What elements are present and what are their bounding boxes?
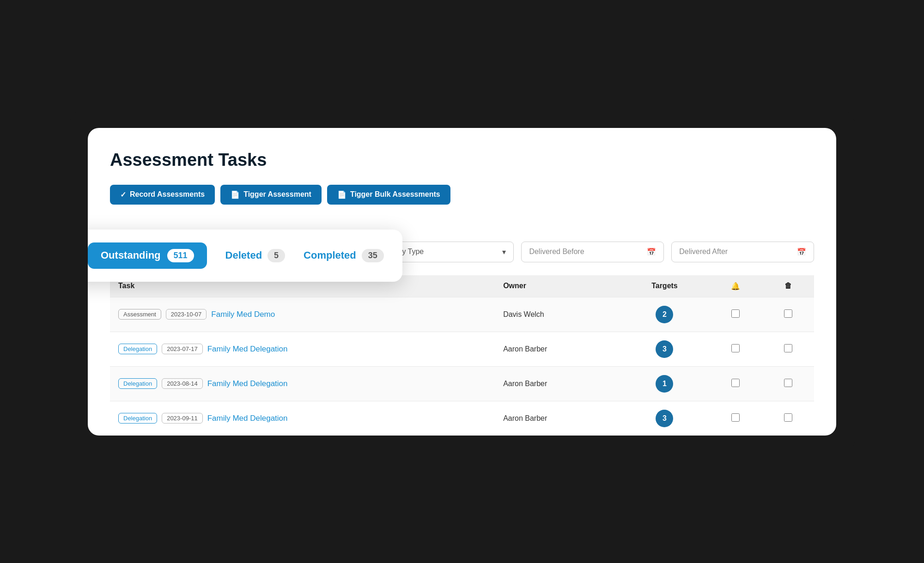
col-targets: Targets xyxy=(620,275,709,297)
page-title: Assessment Tasks xyxy=(110,150,814,170)
tab-outstanding-count: 511 xyxy=(167,249,194,262)
task-type-tag: Delegation xyxy=(118,413,157,424)
task-type-tag: Delegation xyxy=(118,344,157,354)
calendar-icon-after: 📅 xyxy=(797,248,806,256)
table-row: Delegation 2023-09-11 Family Med Delegat… xyxy=(110,401,814,436)
bell-cell[interactable] xyxy=(709,401,762,436)
task-cell: Assessment 2023-10-07 Family Med Demo xyxy=(110,297,495,332)
bell-checkbox[interactable] xyxy=(731,309,740,318)
tab-completed[interactable]: Completed 35 xyxy=(304,249,384,262)
task-name-link[interactable]: Family Med Delegation xyxy=(207,379,288,388)
tab-deleted-count: 5 xyxy=(267,249,285,262)
delivered-before-label: Delivered Before xyxy=(529,248,584,256)
targets-cell: 3 xyxy=(620,401,709,436)
trash-checkbox[interactable] xyxy=(784,309,792,318)
tasks-table: Task Owner Targets 🔔 🗑 Assessment xyxy=(110,275,814,436)
trash-cell[interactable] xyxy=(762,297,814,332)
task-date-tag: 2023-09-11 xyxy=(162,413,203,424)
task-date-tag: 2023-08-14 xyxy=(162,378,203,389)
task-cell: Delegation 2023-07-17 Family Med Delegat… xyxy=(110,332,495,366)
tab-completed-label: Completed xyxy=(304,249,356,261)
trash-cell[interactable] xyxy=(762,366,814,401)
owner-cell: Aaron Barber xyxy=(495,366,620,401)
task-date-tag: 2023-10-07 xyxy=(166,309,207,320)
target-count-badge: 3 xyxy=(656,340,673,358)
trash-cell[interactable] xyxy=(762,401,814,436)
targets-cell: 3 xyxy=(620,332,709,366)
table-row: Delegation 2023-07-17 Family Med Delegat… xyxy=(110,332,814,366)
bell-checkbox[interactable] xyxy=(731,344,740,352)
doc-icon: 📄 xyxy=(231,190,240,199)
table-row: Delegation 2023-08-14 Family Med Delegat… xyxy=(110,366,814,401)
delivered-before-filter[interactable]: Delivered Before 📅 xyxy=(521,242,664,262)
calendar-icon-before: 📅 xyxy=(647,248,656,256)
trash-checkbox[interactable] xyxy=(784,413,792,422)
bulk-doc-icon: 📄 xyxy=(337,190,346,199)
task-name-link[interactable]: Family Med Demo xyxy=(211,310,275,319)
bell-cell[interactable] xyxy=(709,366,762,401)
target-count-badge: 3 xyxy=(656,410,673,427)
target-count-badge: 1 xyxy=(656,375,673,393)
task-cell: Delegation 2023-08-14 Family Med Delegat… xyxy=(110,366,495,401)
owner-name: Aaron Barber xyxy=(503,380,547,387)
tab-deleted-label: Deleted xyxy=(225,249,262,261)
owner-name: Davis Welch xyxy=(503,310,544,318)
task-cell: Delegation 2023-09-11 Family Med Delegat… xyxy=(110,401,495,436)
owner-cell: Aaron Barber xyxy=(495,332,620,366)
trash-cell[interactable] xyxy=(762,332,814,366)
targets-cell: 1 xyxy=(620,366,709,401)
task-type-tag: Assessment xyxy=(118,309,161,320)
col-owner: Owner xyxy=(495,275,620,297)
bell-checkbox[interactable] xyxy=(731,379,740,387)
col-bell-header: 🔔 xyxy=(709,275,762,297)
trash-checkbox[interactable] xyxy=(784,379,792,387)
owner-name: Aaron Barber xyxy=(503,345,547,353)
trash-checkbox[interactable] xyxy=(784,344,792,352)
delivered-after-filter[interactable]: Delivered After 📅 xyxy=(671,242,814,262)
owner-cell: Aaron Barber xyxy=(495,401,620,436)
record-icon: ✓ xyxy=(120,190,126,199)
trash-header-icon: 🗑 xyxy=(784,282,792,290)
tab-outstanding-label: Outstanding xyxy=(101,249,161,261)
owner-name: Aaron Barber xyxy=(503,414,547,422)
targets-cell: 2 xyxy=(620,297,709,332)
chevron-down-icon: ▾ xyxy=(502,248,506,256)
task-date-tag: 2023-07-17 xyxy=(162,344,203,354)
tab-deleted[interactable]: Deleted 5 xyxy=(225,249,286,262)
bell-checkbox[interactable] xyxy=(731,413,740,422)
main-card: Assessment Tasks ✓ Record Assessments 📄 … xyxy=(88,128,836,436)
record-assessments-button[interactable]: ✓ Record Assessments xyxy=(110,185,215,205)
col-trash-header: 🗑 xyxy=(762,275,814,297)
trigger-bulk-button[interactable]: 📄 Tigger Bulk Assessments xyxy=(327,185,450,205)
target-count-badge: 2 xyxy=(656,306,673,323)
tab-card: Outstanding 511 Deleted 5 Completed 35 xyxy=(88,230,402,282)
owner-cell: Davis Welch xyxy=(495,297,620,332)
tab-outstanding[interactable]: Outstanding 511 xyxy=(88,242,207,269)
action-buttons: ✓ Record Assessments 📄 Tigger Assessment… xyxy=(110,185,814,205)
bell-cell[interactable] xyxy=(709,332,762,366)
trigger-assessment-button[interactable]: 📄 Tigger Assessment xyxy=(220,185,322,205)
delivered-after-label: Delivered After xyxy=(679,248,728,256)
bell-header-icon: 🔔 xyxy=(731,282,740,290)
bell-cell[interactable] xyxy=(709,297,762,332)
table-row: Assessment 2023-10-07 Family Med Demo Da… xyxy=(110,297,814,332)
tab-completed-count: 35 xyxy=(362,249,384,262)
task-name-link[interactable]: Family Med Delegation xyxy=(207,414,288,423)
task-type-tag: Delegation xyxy=(118,378,157,389)
task-name-link[interactable]: Family Med Delegation xyxy=(207,345,288,354)
